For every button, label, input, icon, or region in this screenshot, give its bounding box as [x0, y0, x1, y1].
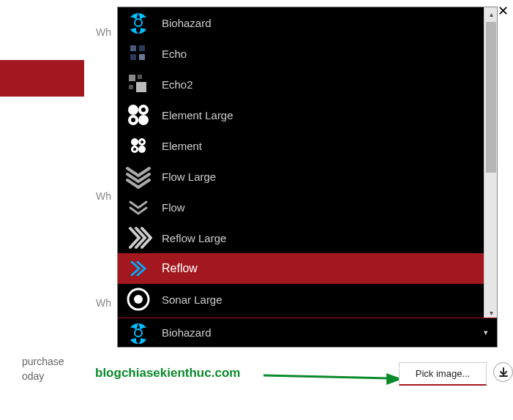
svg-line-26: [263, 375, 392, 378]
scrollbar-track[interactable]: ▴ ▾: [484, 7, 497, 319]
dropdown-item-label: Biohazard: [159, 17, 497, 29]
dropdown-item-label: Echo2: [159, 78, 497, 91]
dropdown-item-label: Sonar Large: [159, 293, 497, 306]
download-icon: [498, 367, 509, 378]
background-label: Wh: [96, 190, 111, 202]
dropdown-selected-label: Biohazard: [159, 326, 475, 339]
red-sidebar-stripe: [0, 60, 84, 97]
background-text: purchase: [22, 354, 64, 370]
dropdown-selected-bar[interactable]: Biohazard ▾: [118, 318, 497, 347]
close-button[interactable]: ✕: [498, 3, 509, 19]
scroll-up-arrow[interactable]: ▴: [484, 7, 498, 20]
background-text: oday: [22, 369, 44, 384]
dropdown-item-label: Flow Large: [159, 170, 497, 183]
dropdown-item-label: Reflow: [159, 262, 497, 275]
dropdown-item-flow-large[interactable]: Flow Large: [118, 161, 497, 192]
biohazard-icon: [118, 319, 159, 347]
element-icon: [118, 132, 159, 160]
boot-animation-dropdown: BiohazardEchoEcho2Element LargeElementFl…: [117, 7, 498, 348]
scrollbar-thumb[interactable]: [486, 22, 496, 173]
sonar-large-icon: [118, 285, 159, 313]
background-label: Wh: [96, 297, 111, 309]
dropdown-item-echo2[interactable]: Echo2: [118, 69, 497, 100]
dropdown-list: BiohazardEchoEcho2Element LargeElementFl…: [118, 7, 497, 319]
watermark-text: blogchiasekienthuc.com: [95, 366, 240, 380]
dropdown-item-biohazard[interactable]: Biohazard: [118, 7, 497, 38]
annotation-arrow: [263, 370, 402, 385]
biohazard-icon: [118, 9, 159, 37]
dropdown-item-label: Echo: [159, 48, 497, 60]
dropdown-item-label: Element: [159, 140, 497, 152]
flow-icon: [118, 193, 159, 221]
dropdown-item-flow[interactable]: Flow: [118, 192, 497, 222]
reflow-large-icon: [118, 224, 159, 252]
dropdown-item-reflow[interactable]: Reflow: [118, 253, 497, 284]
chevron-down-icon: ▾: [475, 328, 497, 337]
dropdown-item-label: Element Large: [159, 109, 497, 121]
background-label: Wh: [96, 26, 111, 38]
dropdown-item-sonar-large[interactable]: Sonar Large: [118, 284, 497, 315]
echo-icon: [118, 40, 159, 67]
flow-large-icon: [118, 162, 159, 190]
reflow-icon: [118, 255, 159, 282]
element-large-icon: [118, 101, 159, 129]
dropdown-item-echo[interactable]: Echo: [118, 38, 497, 69]
download-button[interactable]: [493, 362, 513, 382]
dropdown-item-label: Reflow Large: [159, 232, 497, 244]
echo2-icon: [118, 70, 159, 98]
dropdown-item-element-large[interactable]: Element Large: [118, 100, 497, 130]
dropdown-item-label: Flow: [159, 201, 497, 214]
dropdown-item-reflow-large[interactable]: Reflow Large: [118, 222, 497, 253]
dropdown-item-element[interactable]: Element: [118, 130, 497, 161]
pick-image-button[interactable]: Pick image...: [399, 362, 487, 386]
